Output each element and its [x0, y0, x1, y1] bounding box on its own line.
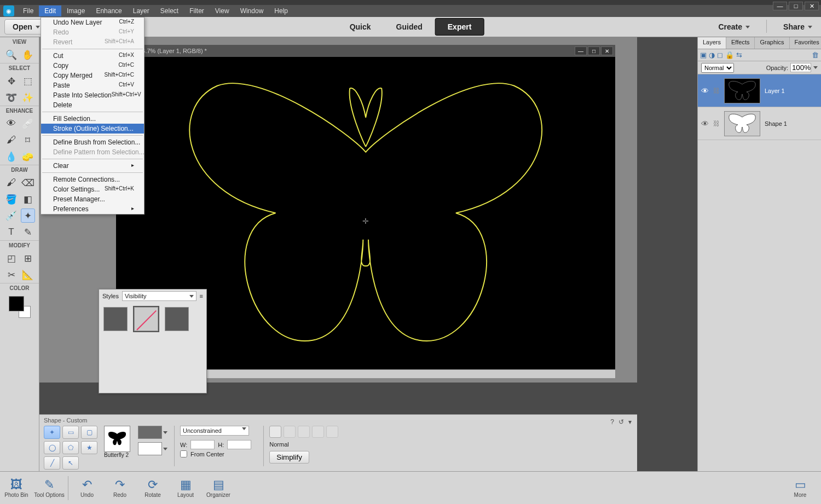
- menu-item-remote-connections[interactable]: Remote Connections...: [41, 175, 144, 184]
- menu-item-copy[interactable]: CopyCtrl+C: [41, 61, 144, 71]
- menu-image[interactable]: Image: [61, 5, 90, 16]
- width-input[interactable]: [190, 440, 215, 449]
- task-organizer[interactable]: ▤Organizer: [202, 478, 235, 498]
- straighten-tool[interactable]: 📐: [21, 268, 35, 282]
- tab-quick[interactable]: Quick: [337, 18, 384, 36]
- menu-edit[interactable]: Edit: [39, 5, 61, 16]
- menu-item-define-brush-from-selection[interactable]: Define Brush from Selection...: [41, 137, 144, 147]
- quick-select-tool[interactable]: ✨: [21, 90, 35, 105]
- doc-maximize[interactable]: □: [588, 47, 600, 55]
- fx-icon[interactable]: ◑: [709, 51, 715, 59]
- menu-item-stroke-outline-selection[interactable]: Stroke (Outline) Selection...: [41, 124, 144, 134]
- create-button[interactable]: Create: [715, 20, 753, 34]
- constrain-select[interactable]: Unconstrained: [180, 426, 249, 436]
- caret-down-icon[interactable]: [163, 431, 167, 434]
- shape-line[interactable]: ╱: [44, 456, 60, 470]
- zoom-tool[interactable]: 🔍: [4, 48, 19, 62]
- blur-tool[interactable]: 💧: [4, 149, 19, 164]
- tab-favorites[interactable]: Favorites: [790, 37, 822, 49]
- eyedropper-tool[interactable]: 💉: [4, 208, 19, 223]
- clone-tool[interactable]: ⌑: [21, 133, 35, 147]
- menu-item-preferences[interactable]: Preferences▸: [41, 204, 144, 214]
- doc-minimize[interactable]: —: [575, 47, 587, 55]
- content-aware-tool[interactable]: ✂: [4, 268, 19, 282]
- task-rotate[interactable]: ⟳Rotate: [136, 478, 169, 498]
- path-op-sub[interactable]: [298, 426, 310, 438]
- brush-tool[interactable]: 🖌: [4, 176, 19, 190]
- menu-icon[interactable]: ▾: [628, 418, 632, 426]
- spot-heal-tool[interactable]: 🩹: [21, 117, 35, 131]
- task-photo-bin[interactable]: 🖼Photo Bin: [0, 478, 33, 498]
- eraser-tool[interactable]: ⌫: [21, 176, 35, 190]
- from-center-checkbox[interactable]: [180, 450, 187, 457]
- reset-icon[interactable]: ↺: [618, 418, 624, 426]
- window-minimize[interactable]: —: [773, 2, 787, 10]
- mask-icon[interactable]: ◻: [717, 51, 723, 59]
- recompose-tool[interactable]: ⊞: [21, 251, 35, 265]
- shape-rrect[interactable]: ▢: [81, 426, 97, 439]
- link-icon[interactable]: ⛓: [713, 87, 720, 95]
- menu-item-color-settings[interactable]: Color Settings...Shift+Ctrl+K: [41, 184, 144, 194]
- layer-row[interactable]: 👁 ⛓ Shape 1: [698, 107, 821, 140]
- tab-effects[interactable]: Effects: [726, 37, 755, 49]
- task-undo[interactable]: ↶Undo: [71, 478, 103, 498]
- caret-down-icon[interactable]: [813, 66, 818, 69]
- menu-item-clear[interactable]: Clear▸: [41, 161, 144, 171]
- share-button[interactable]: Share: [780, 20, 816, 34]
- new-layer-icon[interactable]: ▣: [700, 51, 707, 59]
- menu-item-fill-selection[interactable]: Fill Selection...: [41, 114, 144, 124]
- menu-item-preset-manager[interactable]: Preset Manager...: [41, 194, 144, 204]
- task-redo[interactable]: ↷Redo: [103, 478, 136, 498]
- style-ghost[interactable]: [134, 307, 158, 331]
- fill-tool[interactable]: 🪣: [4, 192, 19, 206]
- styles-panel[interactable]: Styles Visibility ≡: [99, 289, 207, 393]
- menu-window[interactable]: Window: [235, 5, 269, 16]
- menu-item-copy-merged[interactable]: Copy MergedShift+Ctrl+C: [41, 71, 144, 80]
- tab-layers[interactable]: Layers: [698, 37, 726, 49]
- gradient-tool[interactable]: ◧: [21, 192, 35, 206]
- menu-select[interactable]: Select: [155, 5, 184, 16]
- link-icon[interactable]: ⛓: [713, 120, 720, 128]
- menu-help[interactable]: Help: [269, 5, 293, 16]
- menu-item-paste-into-selection[interactable]: Paste Into SelectionShift+Ctrl+V: [41, 90, 144, 100]
- blend-mode-select[interactable]: Normal: [701, 63, 734, 73]
- menu-item-cut[interactable]: CutCtrl+X: [41, 51, 144, 61]
- redeye-tool[interactable]: 👁: [4, 117, 19, 131]
- layer-row[interactable]: 👁 ⛓ Layer 1: [698, 74, 821, 107]
- foreground-color[interactable]: [9, 296, 24, 311]
- menu-item-paste[interactable]: PasteCtrl+V: [41, 80, 144, 90]
- height-input[interactable]: [227, 440, 251, 449]
- lock-icon[interactable]: 🔒: [725, 51, 734, 59]
- smart-brush-tool[interactable]: 🖌: [4, 133, 19, 147]
- path-op-excl[interactable]: [326, 426, 338, 438]
- caret-down-icon[interactable]: [163, 448, 167, 450]
- shape-tool[interactable]: ✦: [21, 208, 35, 223]
- task-more[interactable]: ▭More: [784, 478, 817, 498]
- tab-graphics[interactable]: Graphics: [755, 37, 789, 49]
- lasso-tool[interactable]: ➰: [4, 90, 19, 105]
- style-hide[interactable]: [103, 307, 128, 331]
- window-maximize[interactable]: □: [789, 2, 803, 10]
- menu-file[interactable]: File: [18, 5, 39, 16]
- menu-item-undo-new-layer[interactable]: Undo New LayerCtrl+Z: [41, 18, 144, 27]
- task-tool-options[interactable]: ✎Tool Options: [33, 478, 66, 498]
- visibility-icon[interactable]: 👁: [701, 86, 709, 95]
- sponge-tool[interactable]: 🧽: [21, 149, 35, 164]
- visibility-icon[interactable]: 👁: [701, 119, 709, 128]
- shape-star[interactable]: ★: [81, 441, 97, 454]
- doc-close[interactable]: ✕: [601, 47, 613, 55]
- styles-category-select[interactable]: Visibility: [122, 291, 196, 301]
- help-icon[interactable]: ?: [610, 418, 614, 426]
- menu-view[interactable]: View: [210, 5, 235, 16]
- color-swatch[interactable]: [9, 296, 31, 318]
- trash-icon[interactable]: 🗑: [812, 51, 819, 59]
- menu-layer[interactable]: Layer: [128, 5, 155, 16]
- shape-select[interactable]: ↖: [62, 456, 79, 470]
- crop-tool[interactable]: ◰: [4, 251, 19, 265]
- shape-polygon[interactable]: ⬠: [62, 441, 79, 454]
- type-tool[interactable]: T: [4, 225, 19, 239]
- window-close[interactable]: ✕: [805, 2, 819, 10]
- pencil-tool[interactable]: ✎: [21, 225, 35, 239]
- shape-ellipse[interactable]: ◯: [44, 441, 60, 454]
- layer-thumbnail[interactable]: [724, 111, 760, 136]
